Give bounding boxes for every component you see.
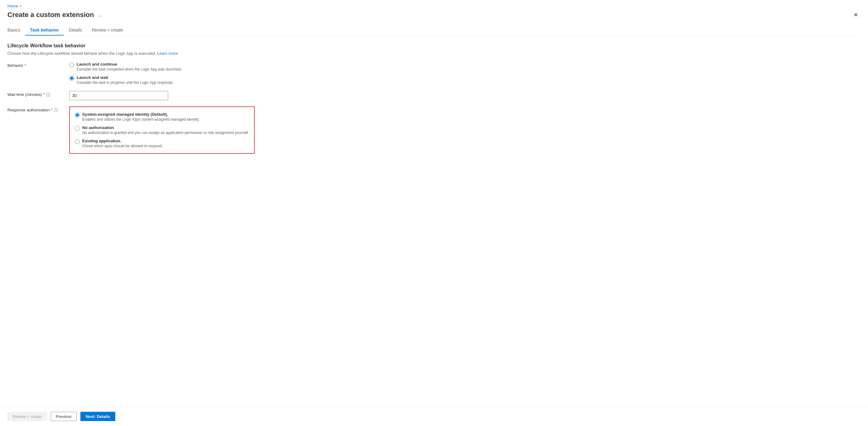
- behavior-label-text: Behavior: [7, 63, 23, 68]
- response-auth-system-assigned-text: System-assigned managed identity (Defaul…: [82, 112, 199, 117]
- wait-time-label: Wait time (minutes) * ⓘ: [7, 91, 69, 100]
- wait-time-info-icon: ⓘ: [46, 92, 51, 98]
- review-create-button[interactable]: Review + create: [7, 412, 47, 421]
- breadcrumb-home-link[interactable]: Home: [7, 4, 18, 8]
- next-button[interactable]: Next: Details: [81, 412, 115, 421]
- wait-time-field: Wait time (minutes) * ⓘ: [7, 91, 861, 100]
- page-title: Create a custom extension: [7, 11, 94, 19]
- page-header: Create a custom extension ... ✕: [7, 11, 861, 19]
- ellipsis-button[interactable]: ...: [96, 11, 104, 18]
- response-auth-label: Response authorization * ⓘ: [7, 107, 69, 154]
- behavior-launch-continue-text: Launch and continue: [77, 62, 182, 66]
- behavior-required: *: [24, 63, 26, 68]
- wait-time-required: *: [43, 92, 44, 97]
- wait-time-input[interactable]: [69, 91, 168, 100]
- tab-basics[interactable]: Basics: [7, 25, 25, 35]
- response-auth-existing-app-label: Existing application. Chose which apps s…: [82, 139, 163, 148]
- behavior-launch-wait-text: Launch and wait: [77, 75, 174, 80]
- footer-bar: Review + create Previous Next: Details: [0, 406, 868, 426]
- section-title: Lifecycle Workflow task behavior: [7, 43, 861, 49]
- response-auth-option-no-auth[interactable]: No authorization No authorization is gra…: [75, 125, 249, 135]
- behavior-radio-launch-continue[interactable]: [69, 62, 74, 67]
- previous-button[interactable]: Previous: [51, 412, 77, 421]
- response-auth-option-existing-app[interactable]: Existing application. Chose which apps s…: [75, 139, 249, 148]
- response-auth-existing-app-text: Existing application.: [82, 139, 163, 143]
- response-auth-system-assigned-desc: Enables and utilizes the Logic Apps syst…: [82, 117, 199, 121]
- wait-time-content: [69, 91, 861, 100]
- behavior-radio-group: Launch and continue Consider the task co…: [69, 62, 861, 85]
- response-auth-system-assigned-label: System-assigned managed identity (Defaul…: [82, 112, 199, 121]
- response-auth-no-auth-label: No authorization No authorization is gra…: [82, 125, 249, 135]
- learn-more-link[interactable]: Learn more.: [157, 51, 179, 56]
- response-auth-info-icon: ⓘ: [54, 108, 58, 113]
- behavior-launch-wait-desc: Consider the task in progress until the …: [77, 80, 174, 85]
- behavior-field: Behavior * Launch and continue Consider …: [7, 62, 861, 85]
- response-auth-radio-no-auth[interactable]: [75, 126, 80, 131]
- response-auth-radio-group: System-assigned managed identity (Defaul…: [75, 112, 249, 148]
- section-description: Choose how the Lifecycle workflow should…: [7, 51, 861, 56]
- response-auth-label-text: Response authorization: [7, 108, 50, 112]
- tabs-container: Basics Task behavior Details Review + cr…: [7, 25, 861, 35]
- response-auth-content: System-assigned managed identity (Defaul…: [69, 107, 861, 154]
- section-description-text: Choose how the Lifecycle workflow should…: [7, 51, 157, 56]
- response-auth-required: *: [51, 108, 53, 112]
- behavior-option-launch-wait[interactable]: Launch and wait Consider the task in pro…: [69, 75, 861, 85]
- response-auth-radio-system-assigned[interactable]: [75, 113, 80, 118]
- tab-review-create[interactable]: Review + create: [87, 25, 128, 35]
- response-auth-box: System-assigned managed identity (Defaul…: [69, 107, 255, 154]
- behavior-launch-continue-desc: Consider the task completed when the Log…: [77, 67, 182, 72]
- response-auth-existing-app-desc: Chose which apps should be allowed to re…: [82, 144, 163, 148]
- response-auth-no-auth-text: No authorization: [82, 125, 249, 130]
- response-auth-option-system-assigned[interactable]: System-assigned managed identity (Defaul…: [75, 112, 249, 121]
- breadcrumb-separator: >: [20, 4, 22, 8]
- wait-time-label-text: Wait time (minutes): [7, 92, 42, 97]
- breadcrumb: Home >: [7, 4, 861, 8]
- behavior-label: Behavior *: [7, 62, 69, 85]
- tab-details[interactable]: Details: [64, 25, 87, 35]
- behavior-options: Launch and continue Consider the task co…: [69, 62, 861, 85]
- behavior-radio-launch-wait[interactable]: [69, 76, 74, 81]
- behavior-option-launch-continue[interactable]: Launch and continue Consider the task co…: [69, 62, 861, 72]
- response-auth-no-auth-desc: No authorization is granted and you can …: [82, 131, 249, 135]
- response-auth-field: Response authorization * ⓘ System-assign…: [7, 107, 861, 154]
- close-button[interactable]: ✕: [851, 11, 861, 19]
- behavior-option-launch-wait-label: Launch and wait Consider the task in pro…: [77, 75, 174, 85]
- behavior-option-launch-continue-label: Launch and continue Consider the task co…: [77, 62, 182, 72]
- tab-task-behavior[interactable]: Task behavior: [25, 25, 64, 35]
- response-auth-radio-existing-app[interactable]: [75, 139, 80, 144]
